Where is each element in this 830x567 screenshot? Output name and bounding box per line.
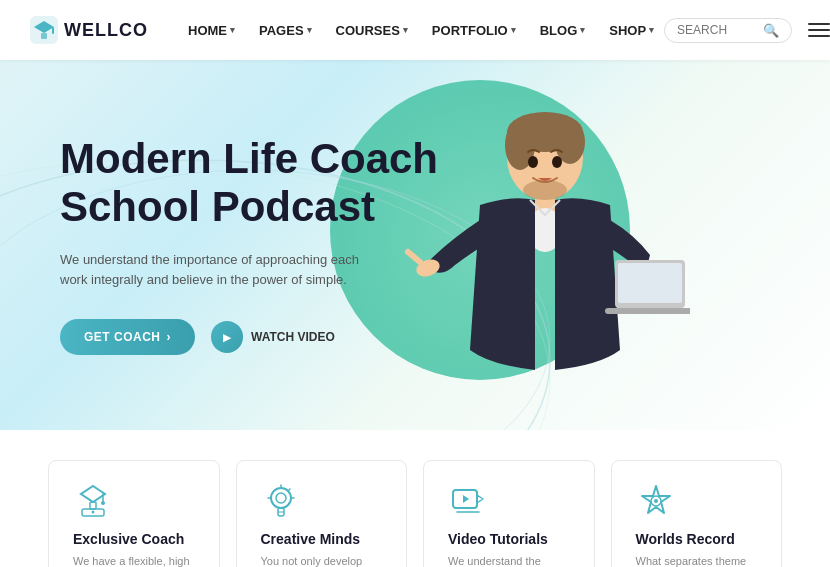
get-coach-button[interactable]: GET COACH ›: [60, 319, 195, 355]
brand-logo[interactable]: WELLCO: [30, 16, 148, 44]
nav-blog[interactable]: BLOG ▾: [530, 17, 596, 44]
feature-card-video-tutorials: Video Tutorials We understand the import…: [423, 460, 595, 567]
svg-rect-17: [605, 308, 690, 314]
coach-icon: [73, 481, 113, 521]
hamburger-line-3: [808, 35, 830, 37]
exclusive-coach-title: Exclusive Coach: [73, 531, 195, 547]
exclusive-coach-desc: We have a flexible, high trust environme…: [73, 553, 195, 567]
svg-point-18: [528, 156, 538, 168]
svg-marker-21: [81, 486, 105, 502]
hamburger-menu[interactable]: [804, 19, 830, 41]
search-bar[interactable]: 🔍: [664, 18, 792, 43]
svg-point-28: [276, 493, 286, 503]
video-icon: [448, 481, 488, 521]
svg-point-20: [523, 180, 567, 200]
record-icon: [636, 481, 676, 521]
shop-chevron-icon: ▾: [649, 25, 654, 35]
pages-chevron-icon: ▾: [307, 25, 312, 35]
hero-title: Modern Life Coach School Podcast: [60, 135, 440, 232]
hero-content: Modern Life Coach School Podcast We unde…: [60, 135, 440, 355]
creative-minds-desc: You not only develop your craft but your…: [261, 553, 383, 567]
hero-section: Modern Life Coach School Podcast We unde…: [0, 60, 830, 430]
hero-cta-group: GET COACH › ▶ WATCH VIDEO: [60, 319, 440, 355]
features-section: Exclusive Coach We have a flexible, high…: [0, 430, 830, 567]
svg-point-26: [101, 501, 105, 505]
home-chevron-icon: ▾: [230, 25, 235, 35]
hamburger-line-1: [808, 23, 830, 25]
portfolio-chevron-icon: ▾: [511, 25, 516, 35]
nav-links: HOME ▾ PAGES ▾ COURSES ▾ PORTFOLIO ▾ BLO…: [178, 17, 664, 44]
nav-portfolio[interactable]: PORTFOLIO ▾: [422, 17, 526, 44]
worlds-record-title: Worlds Record: [636, 531, 758, 547]
watch-video-button[interactable]: ▶ WATCH VIDEO: [211, 321, 335, 353]
search-input[interactable]: [677, 23, 757, 37]
navbar: WELLCO HOME ▾ PAGES ▾ COURSES ▾ PORTFOLI…: [0, 0, 830, 60]
video-tutorials-title: Video Tutorials: [448, 531, 570, 547]
feature-card-worlds-record: Worlds Record What separates theme from …: [611, 460, 783, 567]
svg-marker-37: [463, 495, 469, 503]
arrow-icon: ›: [167, 330, 172, 344]
svg-point-19: [552, 156, 562, 168]
play-icon: ▶: [211, 321, 243, 353]
nav-pages[interactable]: PAGES ▾: [249, 17, 322, 44]
video-tutorials-desc: We understand the importance of approach…: [448, 553, 570, 567]
feature-card-creative-minds: Creative Minds You not only develop your…: [236, 460, 408, 567]
hamburger-line-2: [808, 29, 830, 31]
courses-chevron-icon: ▾: [403, 25, 408, 35]
svg-point-24: [92, 511, 95, 514]
svg-rect-3: [52, 27, 54, 34]
creative-minds-title: Creative Minds: [261, 531, 383, 547]
nav-shop[interactable]: SHOP ▾: [599, 17, 664, 44]
svg-line-32: [288, 489, 290, 491]
brand-name: WELLCO: [64, 20, 148, 41]
nav-courses[interactable]: COURSES ▾: [326, 17, 418, 44]
worlds-record-desc: What separates theme from all other web …: [636, 553, 758, 567]
blog-chevron-icon: ▾: [580, 25, 585, 35]
logo-icon: [30, 16, 58, 44]
nav-home[interactable]: HOME ▾: [178, 17, 245, 44]
hero-subtitle: We understand the importance of approach…: [60, 250, 360, 292]
svg-rect-2: [41, 33, 47, 39]
svg-point-41: [654, 499, 658, 503]
feature-card-exclusive-coach: Exclusive Coach We have a flexible, high…: [48, 460, 220, 567]
minds-icon: [261, 481, 301, 521]
search-button[interactable]: 🔍: [763, 23, 779, 38]
svg-rect-16: [618, 263, 682, 303]
